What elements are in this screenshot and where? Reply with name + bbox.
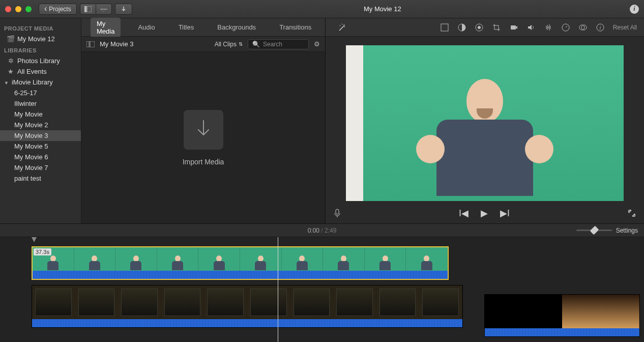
stabilization-icon[interactable] bbox=[509, 23, 518, 32]
clip-audio-waveform[interactable] bbox=[485, 328, 639, 336]
close-window-button[interactable] bbox=[5, 6, 11, 12]
preview-frame bbox=[346, 45, 624, 201]
search-input[interactable]: Search bbox=[248, 39, 309, 49]
browser-breadcrumb[interactable]: My Movie 3 bbox=[100, 40, 133, 48]
sidebar-imovie-label: iMovie Library bbox=[12, 78, 53, 86]
svg-point-7 bbox=[478, 26, 481, 29]
sidebar-event[interactable]: My Movie bbox=[0, 109, 81, 120]
play-button[interactable]: ▶ bbox=[481, 208, 488, 219]
crop-icon[interactable] bbox=[492, 23, 501, 32]
browser-toolbar: My Movie 3 All Clips ⇅ Search bbox=[81, 37, 325, 52]
show-libraries-button[interactable] bbox=[80, 4, 96, 15]
gear-icon[interactable] bbox=[314, 40, 320, 48]
time-current: 0:00 bbox=[308, 227, 319, 234]
color-correction-icon[interactable] bbox=[457, 23, 466, 32]
svg-rect-2 bbox=[86, 41, 89, 47]
minimize-window-button[interactable] bbox=[15, 6, 21, 12]
timeline-clip-1[interactable]: 37.3s bbox=[32, 246, 449, 280]
next-frame-button[interactable]: ▶I bbox=[500, 208, 510, 219]
zoom-slider-knob[interactable] bbox=[590, 226, 599, 235]
sidebar-photos-label: Photos Library bbox=[17, 57, 60, 65]
clips-filter-dropdown[interactable]: All Clips ⇅ bbox=[215, 41, 243, 48]
clip-duration-badge: 37.3s bbox=[34, 248, 51, 255]
volume-icon[interactable] bbox=[526, 23, 536, 32]
back-button-label: Projects bbox=[49, 6, 71, 13]
sidebar-photos-library[interactable]: ✲ Photos Library bbox=[0, 55, 81, 66]
sidebar-imovie-library[interactable]: iMovie Library bbox=[0, 77, 81, 88]
sidebar-event-selected[interactable]: My Movie 3 bbox=[0, 130, 81, 141]
tab-audio[interactable]: Audio bbox=[132, 21, 161, 33]
viewer-canvas[interactable] bbox=[326, 37, 644, 203]
svg-rect-14 bbox=[336, 209, 339, 214]
sidebar-project[interactable]: 🎬 My Movie 12 bbox=[0, 34, 81, 44]
filmstrip-toggle-icon[interactable] bbox=[86, 41, 95, 47]
speed-icon[interactable] bbox=[561, 23, 570, 32]
fullscreen-button[interactable] bbox=[628, 209, 636, 217]
noise-reduction-icon[interactable] bbox=[544, 23, 553, 32]
disclosure-triangle-icon[interactable] bbox=[4, 78, 9, 86]
browser-body[interactable]: Import Media bbox=[81, 52, 325, 223]
clip-info-icon[interactable]: i bbox=[596, 23, 605, 32]
timeline[interactable]: 37.3s bbox=[0, 237, 644, 342]
sidebar-all-events-label: All Events bbox=[17, 68, 47, 75]
libraries-header: LIBRARIES bbox=[0, 44, 81, 55]
timecode-display: 0:00 / 2:49 bbox=[308, 227, 337, 234]
reset-all-button[interactable]: Reset All bbox=[613, 24, 637, 31]
browser-tabs: My Media Audio Titles Backgrounds Transi… bbox=[81, 18, 325, 37]
playhead-start-marker[interactable] bbox=[32, 237, 37, 242]
tab-titles[interactable]: Titles bbox=[172, 21, 200, 33]
color-balance-icon[interactable] bbox=[440, 23, 449, 32]
voiceover-mic-icon[interactable] bbox=[334, 209, 341, 218]
viewer-toolbar: i Reset All bbox=[326, 18, 644, 37]
sidebar-event[interactable]: My Movie 7 bbox=[0, 162, 81, 173]
tab-transitions[interactable]: Transitions bbox=[273, 21, 317, 33]
timeline-clip-3[interactable] bbox=[484, 294, 640, 337]
updown-icon: ⇅ bbox=[239, 41, 243, 47]
svg-rect-4 bbox=[441, 24, 448, 31]
flower-icon: ✲ bbox=[7, 57, 14, 65]
tab-my-media[interactable]: My Media bbox=[91, 18, 121, 37]
import-media-button[interactable] bbox=[184, 110, 223, 150]
star-icon: ★ bbox=[7, 68, 14, 75]
sidebar-all-events[interactable]: ★ All Events bbox=[0, 66, 81, 77]
clip-audio-waveform[interactable] bbox=[33, 271, 448, 279]
zoom-window-button[interactable] bbox=[25, 6, 32, 12]
timeline-header: 0:00 / 2:49 Settings bbox=[0, 224, 644, 237]
zoom-slider[interactable] bbox=[576, 230, 612, 231]
sidebar-event[interactable]: Illwinter bbox=[0, 98, 81, 109]
back-to-projects-button[interactable]: Projects bbox=[39, 4, 77, 15]
playhead[interactable] bbox=[278, 237, 278, 342]
show-waveforms-button[interactable] bbox=[96, 4, 112, 15]
import-media-label: Import Media bbox=[183, 158, 224, 166]
sidebar-event[interactable]: 6-25-17 bbox=[0, 88, 81, 98]
svg-rect-1 bbox=[87, 6, 92, 12]
import-button[interactable] bbox=[115, 4, 132, 15]
info-icon[interactable]: i bbox=[630, 5, 639, 14]
viewer-controls: I◀ ▶ ▶I bbox=[326, 203, 644, 223]
search-icon bbox=[252, 41, 260, 48]
sidebar-event[interactable]: My Movie 6 bbox=[0, 152, 81, 162]
svg-text:i: i bbox=[599, 25, 601, 31]
chevron-left-icon bbox=[44, 6, 47, 13]
sidebar-event[interactable]: My Movie 5 bbox=[0, 141, 81, 152]
project-media-header: PROJECT MEDIA bbox=[0, 22, 81, 34]
settings-button[interactable]: Settings bbox=[616, 227, 638, 234]
zoom-controls: Settings bbox=[576, 227, 638, 234]
svg-rect-0 bbox=[84, 6, 86, 12]
enhance-wand-icon[interactable] bbox=[338, 23, 347, 32]
search-placeholder: Search bbox=[263, 41, 282, 48]
sidebar-event[interactable]: My Movie 2 bbox=[0, 120, 81, 130]
clapper-icon: 🎬 bbox=[7, 35, 14, 43]
timeline-clip-2[interactable] bbox=[32, 285, 463, 328]
color-wheel-icon[interactable] bbox=[475, 23, 484, 32]
media-browser: My Media Audio Titles Backgrounds Transi… bbox=[81, 18, 326, 223]
prev-frame-button[interactable]: I◀ bbox=[459, 208, 469, 219]
window-title: My Movie 12 bbox=[135, 5, 630, 13]
library-list-toggle bbox=[80, 4, 112, 15]
clip-thumbnails bbox=[32, 286, 462, 319]
clip-filter-icon[interactable] bbox=[578, 23, 588, 32]
time-total: 2:49 bbox=[325, 227, 336, 234]
clip-audio-waveform[interactable] bbox=[32, 319, 462, 327]
sidebar-event[interactable]: paint test bbox=[0, 173, 81, 184]
tab-backgrounds[interactable]: Backgrounds bbox=[211, 21, 262, 33]
